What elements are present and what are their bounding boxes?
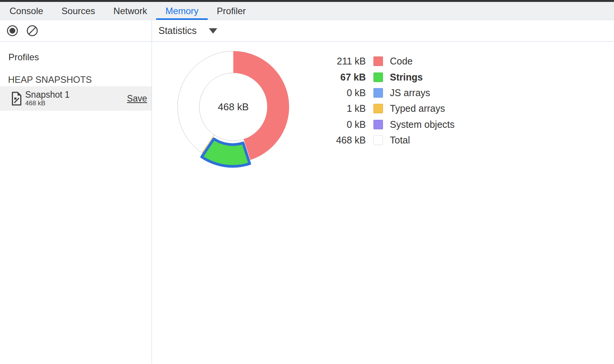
donut-outline-ring (199, 73, 267, 141)
legend-row-typed-arrays[interactable]: 1 kBTyped arrays (324, 101, 455, 116)
tab-profiler[interactable]: Profiler (208, 2, 255, 20)
memory-main-pane: Statistics 468 kB 211 kBCode67 kBStrings… (152, 20, 614, 364)
view-mode-dropdown[interactable]: Statistics (158, 25, 217, 36)
profiles-toolbar (0, 20, 152, 42)
snapshot-title: Snapshot 1 (25, 90, 69, 100)
tab-memory[interactable]: Memory (156, 2, 208, 20)
heap-statistics-donut-chart[interactable]: 468 kB (174, 48, 292, 166)
heap-snapshots-section-header: HEAP SNAPSHOTS (8, 74, 152, 85)
legend-row-strings[interactable]: 67 kBStrings (324, 69, 455, 85)
save-snapshot-link[interactable]: Save (127, 93, 147, 104)
chart-legend: 211 kBCode67 kBStrings0 kBJS arrays1 kBT… (324, 53, 455, 148)
legend-value: 0 kB (324, 119, 366, 130)
clear-all-profiles-button[interactable] (26, 25, 38, 37)
legend-row-js-arrays[interactable]: 0 kBJS arrays (324, 85, 455, 101)
tab-sources[interactable]: Sources (52, 2, 104, 20)
legend-color-swatch (373, 135, 383, 145)
legend-value: 1 kB (324, 103, 366, 114)
snapshot-size: 468 kB (25, 100, 69, 107)
legend-label: Typed arrays (390, 103, 445, 114)
legend-label: Strings (390, 72, 423, 83)
profiles-sidebar: Profiles HEAP SNAPSHOTS Snapshot 1 468 k… (0, 20, 152, 364)
legend-label: Total (390, 135, 410, 146)
legend-row-code[interactable]: 211 kBCode (324, 53, 455, 69)
legend-color-swatch (373, 104, 383, 113)
view-mode-selected-value: Statistics (158, 25, 197, 36)
dropdown-arrow-icon (209, 28, 217, 34)
legend-value: 211 kB (324, 56, 366, 67)
panel-tab-bar: ConsoleSourcesNetworkMemoryProfiler (0, 2, 614, 20)
legend-value: 67 kB (324, 72, 366, 83)
record-heap-snapshot-button[interactable] (6, 25, 18, 37)
memory-view-toolbar: Statistics (152, 20, 614, 42)
panel-body: Profiles HEAP SNAPSHOTS Snapshot 1 468 k… (0, 20, 614, 364)
tab-network[interactable]: Network (104, 2, 156, 20)
heap-snapshot-document-icon (11, 92, 22, 106)
legend-value: 0 kB (324, 87, 366, 98)
legend-color-swatch (373, 72, 383, 82)
legend-color-swatch (373, 120, 383, 129)
legend-color-swatch (373, 56, 383, 66)
statistics-chart-area: 468 kB 211 kBCode67 kBStrings0 kBJS arra… (152, 42, 614, 364)
legend-label: Code (390, 56, 413, 67)
legend-color-swatch (373, 88, 383, 98)
devtools-memory-panel: ConsoleSourcesNetworkMemoryProfiler (0, 0, 614, 364)
legend-label: JS arrays (390, 87, 430, 98)
profiles-list: Profiles HEAP SNAPSHOTS Snapshot 1 468 k… (0, 42, 152, 364)
profiles-header: Profiles (8, 52, 152, 63)
snapshot-list-item[interactable]: Snapshot 1 468 kB Save (0, 86, 152, 111)
legend-label: System objects (390, 119, 455, 130)
legend-row-system-objects[interactable]: 0 kBSystem objects (324, 117, 455, 132)
clear-icon (26, 25, 38, 37)
tab-console[interactable]: Console (0, 2, 52, 20)
legend-value: 468 kB (324, 135, 366, 146)
snapshot-meta: Snapshot 1 468 kB (25, 90, 69, 107)
record-icon (6, 25, 18, 37)
legend-row-total[interactable]: 468 kBTotal (324, 132, 455, 148)
